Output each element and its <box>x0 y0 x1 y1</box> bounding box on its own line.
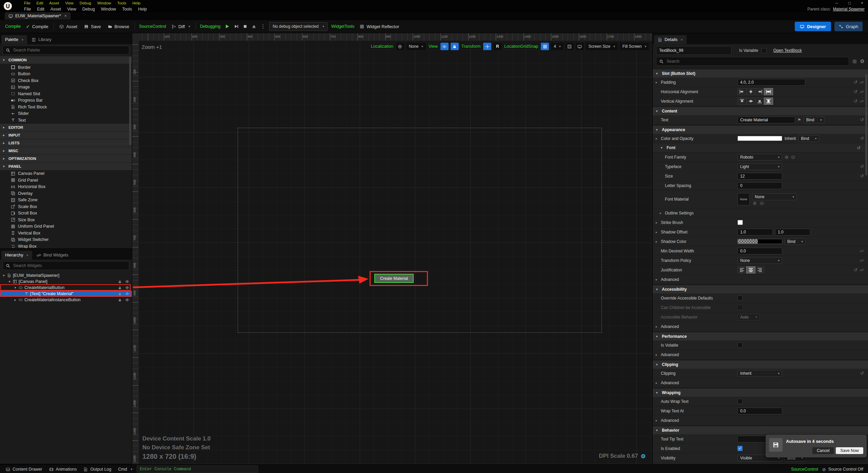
title-menu-view[interactable]: View <box>62 1 77 5</box>
eye-visibility-icon[interactable] <box>125 280 129 284</box>
tab-palette[interactable]: Palette× <box>1 35 27 44</box>
tab-hierarchy[interactable]: Hierarchy× <box>1 251 32 260</box>
browse-asset-icon[interactable] <box>760 201 764 205</box>
localization-preview-button[interactable] <box>396 43 404 50</box>
globe-icon[interactable] <box>785 155 789 159</box>
palette-item-text[interactable]: Text <box>0 117 132 124</box>
title-menu-edit[interactable]: Edit <box>34 1 46 5</box>
animations-button[interactable]: Animations <box>47 467 79 472</box>
checkbox[interactable] <box>737 343 743 348</box>
browse-button[interactable]: Browse <box>105 21 132 32</box>
rotation-mode-button[interactable]: R <box>493 43 501 50</box>
diff-button[interactable]: Diff▾ <box>169 21 193 32</box>
al-jl-button[interactable] <box>737 266 747 273</box>
palette-item-named-slot[interactable]: Named Slot <box>0 90 132 97</box>
bind-chain-icon[interactable] <box>860 249 864 253</box>
al-cv-button[interactable] <box>746 98 755 105</box>
palette-category-optimization[interactable]: ▸OPTIMIZATION <box>0 155 132 162</box>
unreal-logo[interactable]: U <box>0 0 16 12</box>
palette-item-progress-bar[interactable]: Progress Bar <box>0 97 132 104</box>
reset-to-default-icon[interactable]: ↺ <box>860 371 864 376</box>
palette-item-safe-zone[interactable]: Safe Zone <box>0 197 132 204</box>
section-performance[interactable]: ▾Performance <box>653 332 868 341</box>
menubar-menu-window[interactable]: Window <box>98 7 119 12</box>
palette-item-overlay[interactable]: Overlay <box>0 190 132 197</box>
bind-chain-icon[interactable] <box>860 80 864 85</box>
menubar-menu-tools[interactable]: Tools <box>119 7 135 12</box>
design-canvas[interactable]: Zoom +1 Localization None▾ View Transfor… <box>138 41 652 464</box>
palette-item-horizontal-box[interactable]: Horizontal Box <box>0 184 132 190</box>
shadow-color-swatch[interactable] <box>737 239 782 244</box>
reset-to-default-icon[interactable]: ↺ <box>854 267 857 272</box>
al-t-button[interactable] <box>737 98 747 105</box>
palette-item-widget-switcher[interactable]: Widget Switcher <box>0 236 132 243</box>
subsection-font[interactable]: ▾Font↺ <box>653 143 868 152</box>
autosave-save-now-button[interactable]: Save Now <box>836 447 863 454</box>
al-l-button[interactable] <box>737 88 747 95</box>
dropdown[interactable]: Light▾ <box>737 163 782 170</box>
bind-chain-icon[interactable] <box>860 99 864 104</box>
reset-to-default-icon[interactable]: ↺ <box>860 164 864 169</box>
preview-language-select[interactable]: None▾ <box>406 43 426 50</box>
palette-category-lists[interactable]: ▸LISTS <box>0 139 132 147</box>
reset-to-default-icon[interactable]: ↺ <box>854 99 857 104</box>
value-field[interactable]: 1.0 <box>775 229 810 235</box>
bind-dropdown[interactable]: Bind▾ <box>785 238 806 245</box>
palette-item-grid-panel[interactable]: Grid Panel <box>0 177 132 184</box>
cube-icon[interactable] <box>791 155 795 159</box>
palette-item-check-box[interactable]: Check Box <box>0 77 132 84</box>
title-menu-window[interactable]: Window <box>94 1 114 5</box>
menubar-menu-asset[interactable]: Asset <box>47 7 64 12</box>
value-field[interactable]: 0 <box>737 182 782 189</box>
palette-item-button[interactable]: Button <box>0 71 132 78</box>
close-icon[interactable]: × <box>64 14 67 18</box>
dropdown[interactable]: Roboto▾ <box>737 154 782 161</box>
al-r-button[interactable] <box>755 88 764 95</box>
value-field[interactable]: 12 <box>737 173 782 180</box>
close-icon[interactable]: × <box>21 38 23 42</box>
bind-chain-icon[interactable] <box>860 259 864 263</box>
stop-button[interactable] <box>241 21 249 32</box>
grid-snap-size-select[interactable]: 4▾ <box>551 43 563 50</box>
screen-orientation-icon-button[interactable] <box>576 43 584 50</box>
dropdown[interactable]: Auto▾ <box>737 314 760 321</box>
title-menu-file[interactable]: File <box>21 1 34 5</box>
asset-tab-euw-materialspawner[interactable]: EUW_MaterialSpawner* × <box>5 12 71 20</box>
value-field[interactable]: 0.0 <box>737 248 782 254</box>
al-fh-button[interactable] <box>764 88 773 95</box>
parent-class-link[interactable]: Material Spawner <box>833 7 865 12</box>
content-drawer-button[interactable]: Content Drawer <box>3 467 45 472</box>
palette-item-scroll-box[interactable]: Scroll Box <box>0 210 132 217</box>
brush-swatch[interactable] <box>737 220 743 225</box>
cmd-dropdown[interactable]: Cmd▾ <box>116 467 135 472</box>
hierarchy-row-canvas-panel[interactable]: ▾[Canvas Panel] <box>0 279 132 285</box>
section-appearance[interactable]: ▾Appearance <box>653 126 868 134</box>
bind-dropdown[interactable]: Bind▾ <box>804 117 825 123</box>
palette-item-scale-box[interactable]: Scale Box <box>0 203 132 210</box>
checkbox[interactable] <box>737 295 743 301</box>
reset-to-default-icon[interactable]: ↺ <box>860 136 864 141</box>
transform-move-button[interactable] <box>483 43 491 50</box>
eye-visibility-icon[interactable] <box>125 298 129 302</box>
eject-button[interactable] <box>250 21 258 32</box>
reset-to-default-icon[interactable]: ↺ <box>854 89 857 94</box>
palette-item-rich-text-block[interactable]: Rich Text Block <box>0 104 132 110</box>
section-behavior[interactable]: ▾Behavior <box>653 426 868 434</box>
section-wrapping[interactable]: ▾Wrapping <box>653 389 868 397</box>
tab-details[interactable]: Details × <box>654 35 687 44</box>
section-content[interactable]: ▾Content <box>653 107 868 115</box>
section-slot-button-slot[interactable]: ▾Slot (Button Slot) <box>653 69 868 78</box>
value-field[interactable]: 1.0 <box>737 229 773 235</box>
fill-screen-select[interactable]: Fill Screen▾ <box>620 43 649 50</box>
console-command-input[interactable] <box>137 466 258 473</box>
dropdown[interactable]: None▾ <box>737 257 782 264</box>
details-scrollbar[interactable] <box>865 74 867 176</box>
al-fv-button[interactable] <box>764 98 773 105</box>
checkbox[interactable] <box>737 399 743 404</box>
hierarchy-row-euw-materialspawner[interactable]: ▾[EUW_MaterialSpawner] <box>0 272 132 279</box>
palette-search-box[interactable] <box>3 46 129 55</box>
palette-item-canvas-panel[interactable]: Canvas Panel <box>0 170 132 177</box>
palette-item-uniform-grid-panel[interactable]: Uniform Grid Panel <box>0 223 132 230</box>
details-search-input[interactable] <box>666 59 846 64</box>
details-settings-gear-icon[interactable]: ⚙ <box>860 58 865 64</box>
